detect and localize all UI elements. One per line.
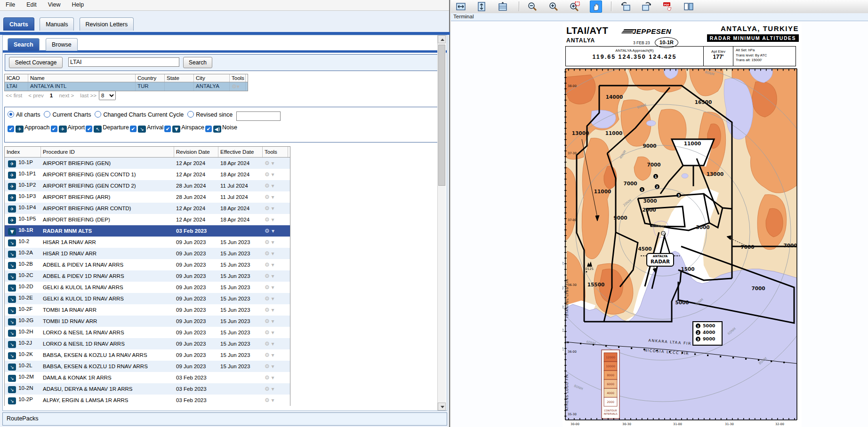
chevron-down-icon[interactable]: ▾ xyxy=(270,307,274,313)
vertical-scrollbar[interactable] xyxy=(437,35,446,411)
chevron-down-icon[interactable]: ▾ xyxy=(270,386,274,392)
rotate-left-icon[interactable] xyxy=(619,0,632,13)
checkbox-airspace[interactable]: ✔ xyxy=(164,126,171,132)
procedure-row[interactable]: ✈ 10-1P5AIRPORT BRIEFING (DEP)12 Apr 202… xyxy=(5,214,290,225)
chevron-down-icon[interactable]: ▾ xyxy=(270,284,274,291)
results-col-city[interactable]: City xyxy=(194,74,230,82)
row-tools[interactable]: ⚙ ▾ xyxy=(263,273,288,279)
row-tools[interactable]: ⚙ ▾ xyxy=(263,182,288,189)
procedure-row[interactable]: ↘ 10-2BADBEL & PIDEV 1A RNAV ARRS09 Jun … xyxy=(5,259,290,270)
procedure-row[interactable]: ▼ 10-1RRADAR MNM ALTS03 Feb 2023⚙ ▾ xyxy=(5,225,290,237)
procedure-row[interactable]: ↘ 10-2PALPAY, ERGIN & LAMSA 1R ARRS03 Fe… xyxy=(5,395,290,406)
gear-icon[interactable]: ⚙ xyxy=(265,160,270,166)
tab-revision-letters[interactable]: Revision Letters xyxy=(80,17,134,31)
page-first-link[interactable]: << first xyxy=(6,93,22,98)
gear-icon[interactable]: ⚙ xyxy=(265,329,270,336)
fit-height-icon[interactable] xyxy=(475,0,488,13)
proc-col-effective-date[interactable]: Effective Date xyxy=(218,147,263,157)
gear-icon[interactable]: ⚙ xyxy=(265,205,270,212)
results-col-name[interactable]: Name xyxy=(28,74,136,82)
procedure-row[interactable]: ✈ 10-1P1AIRPORT BRIEFING (GEN CONTD 1)12… xyxy=(5,169,290,180)
radio-changed-charts-current-cycle[interactable] xyxy=(95,111,101,118)
gear-icon[interactable]: ⚙ xyxy=(265,194,270,200)
procedure-row[interactable]: ↘ 10-2AHISAR 1D RNAV ARR09 Jun 202315 Ju… xyxy=(5,248,290,259)
row-tools[interactable]: ⚙ ▾ xyxy=(263,374,288,381)
row-tools[interactable]: ⚙ ▾ xyxy=(263,160,288,166)
fit-width-icon[interactable] xyxy=(455,0,467,13)
row-tools[interactable]: ⚙ ▾ xyxy=(263,261,288,268)
revised-since-input[interactable] xyxy=(236,111,281,121)
checkbox-arrival[interactable]: ✔ xyxy=(130,126,137,132)
gear-icon[interactable]: ⚙ xyxy=(265,374,270,381)
gear-icon[interactable]: ⚙ xyxy=(265,273,270,279)
row-tools[interactable]: ⚙ ▾ xyxy=(263,239,288,245)
chevron-down-icon[interactable]: ▾ xyxy=(270,160,274,166)
gear-icon[interactable]: ⚙ xyxy=(265,250,270,257)
gear-icon[interactable]: ⚙ xyxy=(265,295,270,302)
subtab-search[interactable]: Search xyxy=(8,38,40,51)
row-tools[interactable]: ⚙ ▾ xyxy=(263,340,288,347)
procedure-row[interactable]: ↘ 10-2GTOMBI 1D RNAV ARR09 Jun 202315 Ju… xyxy=(5,316,290,327)
row-tools[interactable]: ⚙ ▾ xyxy=(263,295,288,302)
row-tools[interactable]: ⚙ ▾ xyxy=(263,352,288,358)
gear-icon[interactable]: ⚙ xyxy=(265,318,270,324)
row-tools[interactable]: ⚙ ▾ xyxy=(263,318,288,324)
chevron-down-icon[interactable]: ▾ xyxy=(270,363,274,370)
chevron-down-icon[interactable]: ▾ xyxy=(270,340,274,347)
search-input[interactable] xyxy=(68,57,179,67)
gear-icon[interactable]: ⚙ xyxy=(232,83,237,90)
procedure-row[interactable]: ↘ 10-2LBABSA, EKSEN & KOZLU 1D RNAV ARRS… xyxy=(5,361,290,372)
checkbox-approach[interactable]: ✔ xyxy=(8,126,14,132)
page-last-link[interactable]: last >> xyxy=(80,93,96,98)
zoom-out-icon[interactable] xyxy=(526,0,538,13)
procedure-row[interactable]: ↘ 10-2HISAR 1A RNAV ARR09 Jun 202315 Jun… xyxy=(5,237,290,248)
scrollbar-thumb[interactable] xyxy=(438,45,445,186)
procedure-row[interactable]: ↘ 10-2KBABSA, EKSEN & KOZLU 1A RNAV ARRS… xyxy=(5,349,290,361)
procedure-row[interactable]: ✈ 10-1P2AIRPORT BRIEFING (GEN CONTD 2)28… xyxy=(5,180,290,191)
results-col-tools[interactable]: Tools xyxy=(230,74,246,82)
procedure-row[interactable]: ↘ 10-2FTOMBI 1A RNAV ARR09 Jun 202315 Ju… xyxy=(5,304,290,316)
radio-revised-since[interactable] xyxy=(187,111,194,118)
zoom-in-icon[interactable] xyxy=(547,0,560,13)
tab-manuals[interactable]: Manuals xyxy=(40,17,74,31)
proc-col-procedure-id[interactable]: Procedure ID xyxy=(41,147,174,157)
page-next-link[interactable]: next > xyxy=(59,93,74,98)
gear-icon[interactable]: ⚙ xyxy=(265,352,270,358)
pdf-export-icon[interactable]: PDF xyxy=(662,0,674,13)
dual-page-icon[interactable] xyxy=(683,0,695,13)
row-tools[interactable]: ⚙ ▾ xyxy=(263,171,288,178)
results-col-country[interactable]: Country xyxy=(136,74,165,82)
chevron-down-icon[interactable]: ▾ xyxy=(270,182,274,189)
page-size-select[interactable]: 8 xyxy=(99,91,116,100)
search-button[interactable]: Search xyxy=(183,57,212,68)
scroll-down-button[interactable] xyxy=(438,403,446,411)
row-tools[interactable]: ⚙ ▾ xyxy=(263,216,288,223)
chevron-down-icon[interactable]: ▾ xyxy=(270,295,274,302)
menu-help[interactable]: Help xyxy=(66,0,90,8)
procedure-row[interactable]: ↘ 10-2JLORKO & NESIL 1D RNAV ARRS09 Jun … xyxy=(5,338,290,349)
chevron-down-icon[interactable]: ▾ xyxy=(270,397,274,403)
row-tools[interactable]: ⚙ ▾ xyxy=(263,205,288,212)
checkbox-departure[interactable]: ✔ xyxy=(86,126,92,132)
procedure-row[interactable]: ↘ 10-2MDAMLA & KONAK 1R ARRS03 Feb 2023⚙… xyxy=(5,372,290,383)
checkbox-airport[interactable]: ✔ xyxy=(51,126,57,132)
gear-icon[interactable]: ⚙ xyxy=(265,261,270,268)
procedure-row[interactable]: ↘ 10-2NADASU, DERYA & MANAV 1R ARRS03 Fe… xyxy=(5,383,290,395)
page-prev-link[interactable]: < prev xyxy=(28,93,43,98)
row-tools[interactable]: ⚙ ▾ xyxy=(263,386,288,392)
gear-icon[interactable]: ⚙ xyxy=(265,284,270,291)
radio-all-charts[interactable] xyxy=(8,111,14,118)
gear-icon[interactable]: ⚙ xyxy=(265,228,270,234)
procedure-row[interactable]: ↘ 10-2DGELKI & KULOL 1A RNAV ARRS09 Jun … xyxy=(5,282,290,293)
chevron-down-icon[interactable]: ▾ xyxy=(270,261,274,268)
menu-edit[interactable]: Edit xyxy=(21,0,42,8)
gear-icon[interactable]: ⚙ xyxy=(265,182,270,189)
fit-pages-icon[interactable] xyxy=(497,0,509,13)
chevron-down-icon[interactable]: ▾ xyxy=(270,374,274,381)
gear-icon[interactable]: ⚙ xyxy=(265,340,270,347)
chart-display-area[interactable]: LTAI/AYT ANTALYA JEPPESEN 3 FEB 23 10-1R… xyxy=(451,22,868,427)
procedure-row[interactable]: ✈ 10-1P4AIRPORT BRIEFING (ARR CONTD)12 A… xyxy=(5,203,290,214)
chevron-down-icon[interactable]: ▾ xyxy=(270,273,274,279)
gear-icon[interactable]: ⚙ xyxy=(265,171,270,178)
gear-icon[interactable]: ⚙ xyxy=(265,307,270,313)
